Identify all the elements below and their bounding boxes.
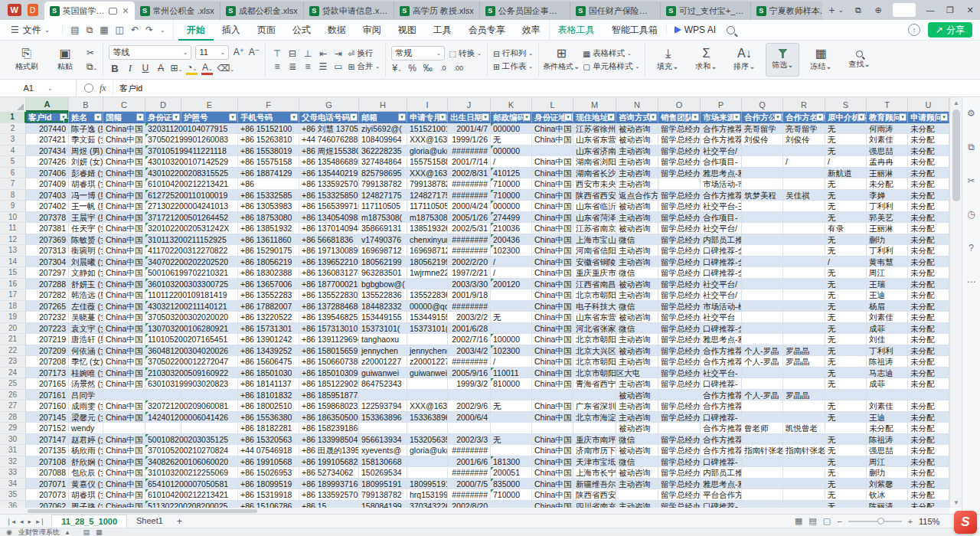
cell-style-button[interactable]: ▢单元格样式⌄ [583, 61, 639, 72]
account-box[interactable] [893, 3, 916, 17]
tab-list-chevron-icon[interactable]: ⌄ [838, 6, 844, 14]
cell[interactable]: 207434 [26, 145, 69, 157]
cell[interactable]: 袁文宇 (女 [69, 323, 103, 335]
cell[interactable]: 丁利利 [867, 345, 908, 357]
cell[interactable]: 王迪 [867, 289, 908, 301]
file-tab[interactable]: S高学历 教授.xlsx [394, 2, 480, 20]
cell[interactable] [783, 489, 825, 501]
cell[interactable]: 社交平台/ [701, 223, 742, 234]
cell[interactable]: +86 1360831276 [299, 267, 359, 279]
cell[interactable] [532, 145, 573, 157]
column-filter-button[interactable]: ▾ [290, 113, 298, 121]
cell[interactable]: 有录 [825, 223, 867, 234]
cell[interactable]: 合作方推荐 [701, 134, 742, 145]
cell[interactable]: 207145 [26, 412, 69, 423]
cell[interactable]: China中国 [532, 168, 573, 179]
rows-cols-button[interactable]: ⊟行和列⌄ [493, 48, 533, 59]
cell[interactable]: +86 52734062 [299, 467, 359, 479]
cell[interactable] [825, 390, 867, 401]
file-tab[interactable]: S英国留学生...✕ [44, 2, 135, 20]
cell[interactable]: 四川省南充 [573, 501, 616, 508]
cell[interactable]: China中国 [103, 212, 145, 224]
column-header[interactable]: M [573, 97, 616, 112]
row-header[interactable]: 25 [0, 378, 26, 390]
table-header-cell[interactable]: 现住地址▾ [573, 112, 616, 123]
cell[interactable]: 610104200212213421 [145, 489, 181, 501]
column-filter-button[interactable]: ▾ [649, 113, 657, 121]
wps-promo-badge[interactable]: S [954, 511, 977, 534]
cell[interactable]: 西安市未央 [573, 178, 616, 190]
cell[interactable]: 511302200208200025 [145, 501, 181, 508]
cell[interactable]: 130703200106280921 [145, 323, 181, 335]
column-header[interactable]: B [69, 97, 103, 112]
new-tab-button[interactable]: + [828, 4, 835, 16]
cell[interactable]: China中国 [103, 279, 145, 290]
cell[interactable]: China中国 [532, 123, 573, 135]
cell[interactable]: China中国 [532, 334, 573, 345]
cell[interactable]: +86 1533258500 [299, 190, 359, 201]
cut-icon[interactable]: ✂ [87, 47, 97, 58]
cell[interactable]: 810000 [491, 378, 532, 390]
panel-more-icon[interactable]: ⋯ [967, 276, 976, 287]
cell[interactable]: +86 1573130101 [299, 323, 359, 335]
cell[interactable]: 刘素佳 [867, 400, 908, 412]
row-header[interactable]: 8 [0, 190, 26, 201]
cell[interactable]: m1875308( [359, 212, 407, 224]
cell[interactable]: 无 [825, 234, 867, 246]
horizontal-scroll-thumb[interactable] [28, 509, 257, 513]
cell[interactable]: 内部员工推 [701, 467, 742, 479]
panel-settings-icon[interactable]: ⚙ [967, 108, 975, 119]
cell[interactable] [742, 412, 783, 423]
cell[interactable]: 被动咨询 [616, 423, 658, 434]
cell[interactable]: 799138782 [359, 489, 407, 501]
cell[interactable]: 未分配 [908, 190, 949, 201]
cell[interactable] [103, 423, 145, 434]
increase-font-icon[interactable]: A⁺ [233, 47, 244, 57]
row-header[interactable]: 6 [0, 168, 26, 179]
cell[interactable]: 未分配 [908, 223, 949, 234]
cell[interactable]: 184482332 [359, 301, 407, 312]
cell[interactable] [407, 456, 448, 468]
cell[interactable]: China中国 [103, 434, 145, 446]
prev-sheet-icon[interactable]: ◂ [20, 518, 24, 525]
zoom-level[interactable]: 115% [919, 517, 942, 526]
decrease-decimal-icon[interactable]: .00 [452, 64, 464, 72]
row-header[interactable]: 27 [0, 400, 26, 412]
cell[interactable]: China中国 [103, 400, 145, 412]
cell[interactable]: 刘妍 (女) [69, 156, 103, 168]
cell[interactable]: 无 [825, 479, 867, 490]
cell[interactable] [359, 423, 407, 434]
cell[interactable]: 留学总经办 [658, 279, 701, 290]
cell[interactable]: 合作方推荐- [701, 434, 742, 446]
cell[interactable] [491, 445, 532, 456]
row-header[interactable]: 22 [0, 345, 26, 357]
cell[interactable] [783, 334, 825, 345]
column-filter-button[interactable]: ▾ [523, 113, 531, 121]
align-center-icon[interactable]: ≣ [286, 61, 298, 72]
row-header[interactable]: 10 [0, 212, 26, 224]
cell[interactable]: 北京市朝阳 [573, 289, 616, 301]
row-header[interactable]: 11 [0, 223, 26, 234]
cell[interactable]: +86 [238, 178, 299, 190]
cell[interactable]: 主动咨询 [616, 178, 658, 190]
cell[interactable]: +86 15152100 [238, 123, 299, 135]
cell[interactable]: 310113200211152925 [145, 234, 181, 246]
cell[interactable]: +86 1355228301 [299, 289, 359, 301]
print-icon[interactable]: ▦ [100, 25, 108, 35]
cell[interactable]: China中国 [532, 279, 573, 290]
fill-color-icon[interactable]: ◔⌄ [186, 62, 198, 75]
cell[interactable] [103, 390, 145, 401]
scroll-up-icon[interactable]: ▲ [950, 97, 962, 108]
cell[interactable] [658, 423, 701, 434]
cell[interactable]: China中国 [532, 190, 573, 201]
table-header-cell[interactable]: 销售团队▾ [658, 112, 701, 123]
cell[interactable]: 无 [825, 467, 867, 479]
cell[interactable]: 无 [491, 400, 532, 412]
cell[interactable]: 500108200203035125 [145, 434, 181, 446]
cell[interactable]: 2001/6/28 [448, 323, 491, 335]
cell[interactable]: 口碑推荐- [701, 378, 742, 390]
cell[interactable]: 湖南省长沙 [573, 168, 616, 179]
cell[interactable]: 季忆 (女) [69, 356, 103, 368]
cell[interactable]: ######## [448, 178, 491, 190]
cell[interactable]: 口碑推荐-全 [701, 245, 742, 257]
